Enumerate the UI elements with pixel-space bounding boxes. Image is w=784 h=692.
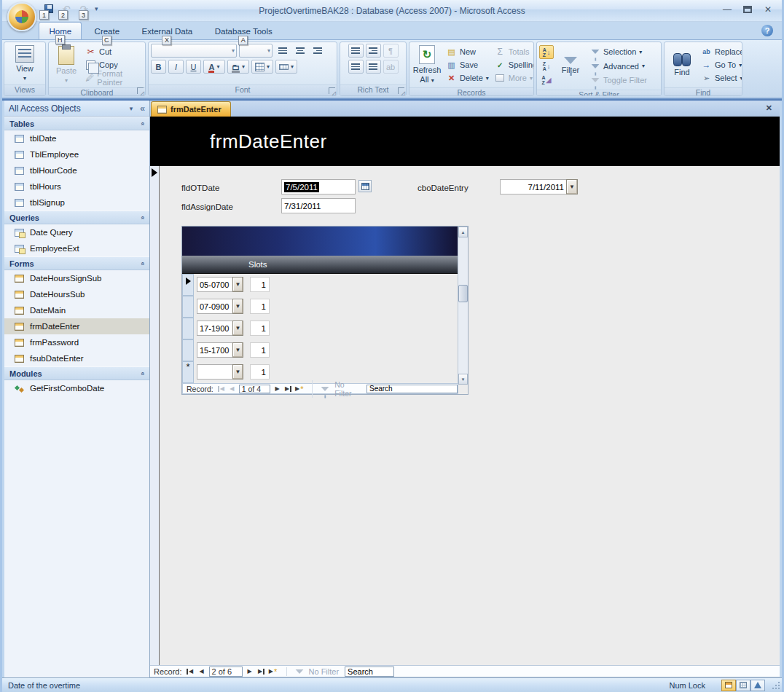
previous-record-button[interactable]: ◀: [196, 667, 208, 676]
select-button[interactable]: ➢Select▾: [699, 71, 742, 84]
last-record-button[interactable]: ▶: [283, 385, 294, 393]
dropdown-button[interactable]: ▼: [232, 299, 243, 314]
align-center-button[interactable]: [292, 44, 307, 58]
new-row-selector[interactable]: *: [182, 361, 194, 383]
time-combo[interactable]: 15-1700▼: [197, 342, 243, 358]
nav-item-datemain[interactable]: DateMain: [4, 302, 149, 318]
align-left-button[interactable]: [275, 44, 290, 58]
slots-value[interactable]: 1: [250, 342, 270, 358]
rich-text-dialog-launcher[interactable]: [398, 87, 404, 94]
save-record-button[interactable]: ▥Save: [444, 58, 491, 71]
document-close-icon[interactable]: ✕: [766, 103, 772, 113]
datasheet-view-button[interactable]: [736, 680, 750, 691]
scroll-up-icon[interactable]: ▲: [458, 227, 468, 237]
date-picker-button[interactable]: [358, 180, 372, 192]
font-name-combo[interactable]: ▾: [151, 44, 237, 58]
office-button[interactable]: [7, 2, 36, 31]
bold-button[interactable]: B: [151, 60, 166, 74]
increase-indent-button[interactable]: [366, 44, 381, 58]
numbering-button[interactable]: [348, 60, 364, 74]
nav-item-datehourssub[interactable]: DateHoursSub: [4, 286, 149, 302]
nav-item-getfirstcombodate[interactable]: GetFirstComboDate: [4, 380, 149, 396]
bullets-button[interactable]: [366, 60, 381, 74]
underline-button[interactable]: U: [186, 60, 201, 74]
dropdown-button[interactable]: ▼: [232, 277, 243, 292]
tab-database-tools[interactable]: Database ToolsA: [205, 23, 282, 40]
form-view-button[interactable]: [721, 680, 736, 691]
cut-button[interactable]: ✂Cut: [83, 45, 143, 58]
filter-indicator[interactable]: No Filter: [286, 667, 340, 676]
section-header-forms[interactable]: Forms«: [4, 256, 149, 270]
minimize-button[interactable]: —: [721, 4, 733, 15]
dropdown-button[interactable]: ▼: [232, 321, 243, 336]
fill-color-button[interactable]: 🗀 ▾: [227, 60, 249, 74]
nav-pane-collapse-icon[interactable]: «: [140, 103, 145, 114]
decrease-indent-button[interactable]: [348, 44, 364, 58]
help-button[interactable]: ?: [761, 25, 773, 36]
paste-button[interactable]: Paste ▾: [51, 44, 82, 86]
row-selector[interactable]: [182, 296, 194, 318]
font-dialog-launcher[interactable]: [329, 87, 335, 94]
goto-button[interactable]: →Go To▾: [699, 58, 742, 71]
dropdown-button[interactable]: ▼: [232, 342, 243, 358]
nav-item-date-query[interactable]: Date Query: [4, 224, 149, 240]
selection-button[interactable]: Selection▾: [587, 45, 649, 58]
section-header-tables[interactable]: Tables«: [4, 117, 149, 130]
clear-sorts-button[interactable]: AZ◢: [539, 73, 554, 87]
time-combo[interactable]: 07-0900▼: [197, 299, 243, 314]
row-selector[interactable]: [182, 318, 194, 339]
view-button[interactable]: View ▾: [9, 44, 40, 83]
clipboard-dialog-launcher[interactable]: [137, 87, 144, 94]
next-record-button[interactable]: ▶: [244, 667, 256, 676]
align-right-button[interactable]: [310, 44, 325, 58]
nav-item-tblemployee[interactable]: TblEmployee: [4, 146, 149, 162]
time-combo[interactable]: ▼: [197, 364, 243, 380]
dropdown-button[interactable]: ▼: [232, 364, 243, 380]
slots-value[interactable]: 1: [250, 321, 270, 336]
filter-button[interactable]: Filter: [555, 44, 586, 88]
design-view-button[interactable]: [750, 680, 765, 691]
advanced-filter-button[interactable]: Advanced▾: [587, 60, 649, 73]
dropdown-button[interactable]: ▼: [566, 179, 578, 194]
paragraph-marks-button[interactable]: ¶: [383, 44, 399, 58]
slots-value[interactable]: 1: [250, 299, 270, 314]
nav-pane-header[interactable]: All Access Objects ▾ «: [4, 101, 149, 117]
new-record-button[interactable]: ▤New: [444, 45, 491, 58]
format-painter-button[interactable]: 🖉Format Painter: [83, 71, 143, 84]
alternate-fill-button[interactable]: ▾: [275, 60, 297, 74]
resize-grip[interactable]: [771, 680, 780, 690]
scroll-down-icon[interactable]: ▼: [458, 374, 468, 385]
new-blank-record-button[interactable]: ▶*: [294, 385, 305, 393]
first-record-button[interactable]: ◀: [184, 667, 196, 676]
font-size-combo[interactable]: ▾: [239, 44, 273, 58]
filter-indicator[interactable]: No Filter: [312, 380, 361, 398]
time-combo[interactable]: 17-1900▼: [197, 321, 243, 336]
tab-external-data[interactable]: External DataX: [133, 23, 203, 40]
nav-item-frmpassword[interactable]: frmPassword: [4, 334, 149, 350]
record-selector-strip[interactable]: [150, 166, 160, 665]
tab-create[interactable]: CreateC: [85, 23, 130, 40]
fldotdate-input[interactable]: 7/5/2011: [281, 179, 356, 194]
replace-button[interactable]: abReplace: [699, 45, 742, 58]
toggle-filter-button[interactable]: Toggle Filter: [587, 74, 649, 87]
sort-ascending-button[interactable]: AZ↓: [539, 45, 554, 59]
totals-button[interactable]: ΣTotals: [493, 45, 534, 58]
time-combo[interactable]: 05-0700▼: [197, 277, 243, 292]
tab-home[interactable]: HomeH: [39, 22, 82, 39]
nav-item-tbldate[interactable]: tblDate: [4, 130, 149, 146]
last-record-button[interactable]: ▶: [256, 667, 267, 676]
nav-item-tblhourcode[interactable]: tblHourCode: [4, 162, 149, 178]
document-tab-frmdateenter[interactable]: frmDateEnter: [151, 101, 231, 117]
fldassigndate-input[interactable]: 7/31/2011: [281, 198, 356, 213]
section-header-modules[interactable]: Modules«: [4, 366, 149, 380]
main-search-input[interactable]: [345, 667, 394, 677]
subform-search-input[interactable]: [366, 385, 458, 393]
slots-value[interactable]: 1: [250, 277, 270, 292]
section-header-queries[interactable]: Queries«: [4, 211, 149, 224]
find-button[interactable]: Find: [667, 44, 697, 86]
row-selector[interactable]: [182, 339, 194, 361]
more-button[interactable]: More▾: [493, 71, 534, 84]
refresh-all-button[interactable]: ↻ RefreshAll ▾: [412, 44, 442, 86]
cbodateentry-combo[interactable]: 7/11/2011 ▼: [500, 179, 578, 194]
nav-item-frmdateenter[interactable]: frmDateEnter: [4, 318, 149, 334]
